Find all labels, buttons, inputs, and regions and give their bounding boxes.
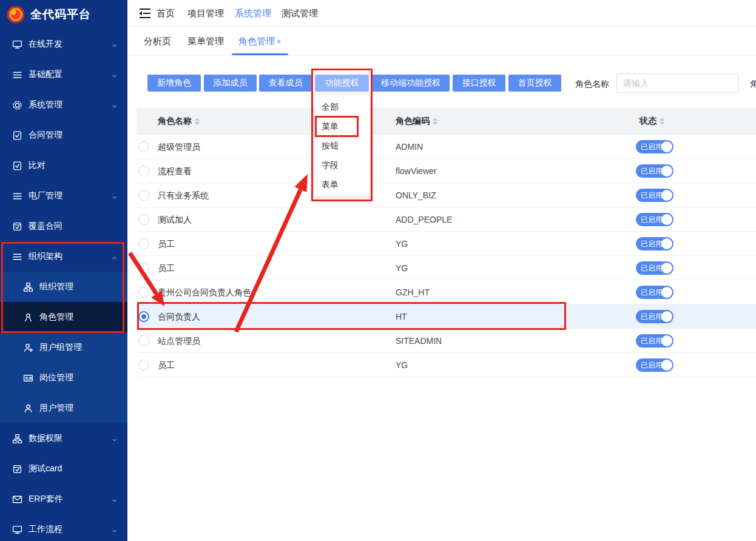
table-row[interactable]: 员工 YG 已启用 (137, 256, 756, 280)
sidebar-item-workflow[interactable]: 工作流程 (0, 514, 127, 541)
tab-analysis[interactable]: 分析页 (144, 27, 171, 55)
dropdown-item-form[interactable]: 表单 (314, 175, 370, 194)
status-label: 已启用 (641, 310, 663, 323)
role-code-cell: ADMIN (396, 135, 423, 159)
dropdown-item-button[interactable]: 按钮 (314, 136, 370, 155)
dropdown-item-menu[interactable]: 菜单 (314, 116, 370, 136)
topnav-item-project-mgmt[interactable]: 项目管理 (187, 0, 224, 27)
sidebar-item-user-mgmt[interactable]: 用户管理 (0, 393, 127, 423)
sidebar-item-contract-mgmt[interactable]: 合同管理 (0, 120, 127, 150)
status-toggle[interactable]: 已启用 (636, 213, 673, 226)
topnav-item-home[interactable]: 首页 (157, 0, 175, 27)
column-header-status[interactable]: 状态 (640, 116, 664, 127)
status-toggle[interactable]: 已启用 (636, 237, 673, 250)
menu-fold-icon[interactable] (138, 8, 152, 19)
sidebar-item-label: 比对 (29, 160, 46, 171)
row-radio[interactable] (138, 263, 149, 274)
column-header-role-name[interactable]: 角色名称 (158, 116, 200, 127)
chevron-down-icon (111, 72, 118, 78)
row-radio[interactable] (138, 141, 149, 152)
orgchart-icon (23, 282, 33, 292)
status-toggle[interactable]: 已启用 (636, 334, 673, 348)
table-row[interactable]: 员工 YG 已启用 (137, 232, 756, 256)
homepage-auth-button[interactable]: 首页授权 (508, 75, 561, 92)
role-name-filter-label: 角色名称 (575, 79, 609, 90)
table-row-selected[interactable]: 合同负责人 HT 已启用 (137, 304, 756, 329)
tab-role-mgmt[interactable]: 角色管理× (238, 27, 281, 55)
role-name-cell: 超级管理员 (158, 135, 200, 159)
topnav-item-system-mgmt[interactable]: 系统管理 (235, 0, 271, 27)
monitor-icon (12, 39, 22, 50)
sidebar-item-erp-suite[interactable]: ERP套件 (0, 484, 127, 514)
table-row[interactable]: 员工 YG 已启用 (137, 353, 756, 377)
toggle-knob (661, 166, 672, 176)
role-name-cell: 流程查看 (158, 159, 192, 183)
table-row[interactable]: 只有业务系统 ONLY_BIZ 已启用 (137, 183, 756, 207)
tab-menu-mgmt[interactable]: 菜单管理 (187, 27, 224, 55)
role-code-cell: HT (396, 304, 407, 329)
row-radio[interactable] (138, 214, 149, 225)
role-name-cell: 测试加人 (158, 207, 192, 232)
usergroup-icon (23, 343, 33, 353)
status-toggle[interactable]: 已启用 (636, 310, 673, 323)
sidebar-item-plant-mgmt[interactable]: 电厂管理 (0, 181, 127, 211)
sidebar-item-data-permission[interactable]: 数据权限 (0, 423, 127, 454)
sort-caret-icon[interactable] (433, 118, 437, 125)
row-radio[interactable] (138, 238, 149, 249)
add-role-button[interactable]: 新增角色 (147, 75, 201, 92)
sidebar-item-label: 数据权限 (29, 433, 62, 444)
status-toggle[interactable]: 已启用 (636, 189, 673, 202)
sidebar-item-role-mgmt[interactable]: 角色管理 (0, 302, 127, 332)
toggle-knob (661, 214, 672, 225)
row-radio[interactable] (138, 287, 149, 298)
dropdown-item-all[interactable]: 全部 (314, 97, 370, 116)
role-name-filter-input[interactable] (616, 73, 739, 93)
sidebar-item-coverage-contract[interactable]: 覆盖合同 (0, 211, 127, 241)
row-radio[interactable] (138, 335, 149, 346)
column-header-role-code[interactable]: 角色编码 (396, 116, 437, 127)
sidebar-item-usergroup-mgmt[interactable]: 用户组管理 (0, 332, 127, 363)
dropdown-item-field[interactable]: 字段 (314, 155, 370, 175)
role-code-cell: GZH_HT (396, 280, 430, 304)
sidebar-item-label: 基础配置 (29, 69, 62, 80)
status-label: 已启用 (641, 286, 663, 299)
status-toggle[interactable]: 已启用 (636, 261, 673, 275)
sidebar-item-online-dev[interactable]: 在线开发 (0, 29, 127, 59)
table-row[interactable]: 站点管理员 SITEADMIN 已启用 (137, 329, 756, 353)
api-auth-button[interactable]: 接口授权 (453, 75, 505, 92)
sidebar-item-org-mgmt[interactable]: 组织管理 (0, 272, 127, 302)
table-row[interactable]: 超级管理员 ADMIN 已启用 (137, 135, 756, 159)
row-radio[interactable] (138, 360, 149, 371)
row-radio[interactable] (138, 166, 149, 176)
view-members-button[interactable]: 查看成员 (259, 75, 312, 92)
topnav-item-test-mgmt[interactable]: 测试管理 (282, 0, 318, 27)
sidebar-item-test-card[interactable]: 测试card (0, 454, 127, 484)
table-row[interactable]: 贵州公司合同负责人角色 GZH_HT 已启用 (137, 280, 756, 304)
status-toggle[interactable]: 已启用 (636, 140, 673, 153)
status-toggle[interactable]: 已启用 (636, 164, 673, 178)
add-member-button[interactable]: 添加成员 (204, 75, 257, 92)
function-auth-button[interactable]: 功能授权 (315, 75, 369, 92)
sort-caret-icon[interactable] (660, 118, 664, 125)
table-row[interactable]: 流程查看 flowViewer 已启用 (137, 159, 756, 183)
row-radio[interactable] (138, 190, 149, 201)
mobile-function-auth-button[interactable]: 移动端功能授权 (372, 75, 450, 92)
sidebar-item-post-mgmt[interactable]: 岗位管理 (0, 363, 127, 393)
chevron-down-icon (111, 193, 118, 200)
role-name-cell: 员工 (158, 256, 175, 280)
sidebar-item-org-structure[interactable]: 组织架构 (0, 241, 127, 272)
sidebar-item-label: 角色管理 (39, 312, 73, 323)
status-toggle[interactable]: 已启用 (636, 358, 673, 372)
sidebar-item-label: ERP套件 (29, 494, 63, 505)
close-icon[interactable]: × (277, 38, 281, 46)
sidebar-item-basic-config[interactable]: 基础配置 (0, 59, 127, 90)
row-radio-checked[interactable] (138, 311, 149, 322)
sidebar-item-compare[interactable]: 比对 (0, 150, 127, 181)
post-card-icon (23, 373, 33, 383)
status-toggle[interactable]: 已启用 (636, 286, 673, 299)
sort-caret-icon[interactable] (195, 118, 200, 125)
menu-lines-icon (12, 252, 22, 262)
table-row[interactable]: 测试加人 ADD_PEOPLE 已启用 (137, 207, 756, 232)
sidebar-item-system-mgmt[interactable]: 系统管理 (0, 90, 127, 120)
page-tabbar: 分析页 菜单管理 角色管理× (127, 27, 756, 56)
